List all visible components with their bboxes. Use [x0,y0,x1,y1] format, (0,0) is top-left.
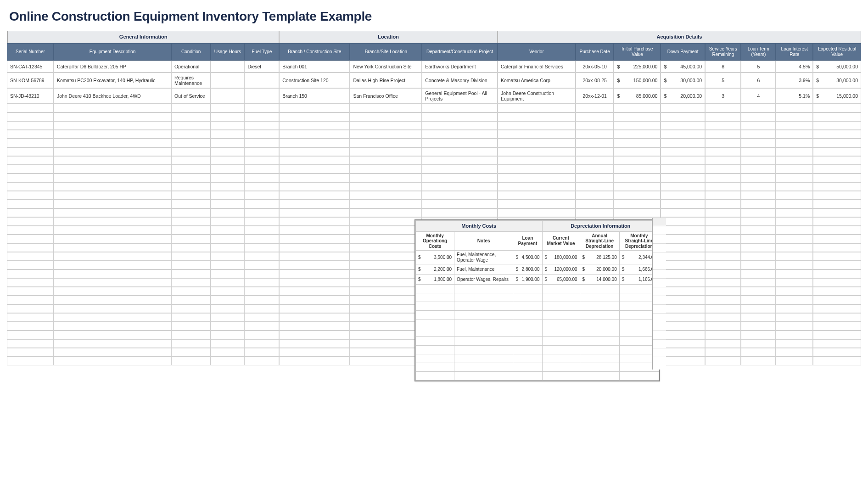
empty-cell[interactable] [211,130,244,139]
empty-cell[interactable] [498,208,576,217]
empty-cell[interactable] [776,235,813,243]
empty-cell[interactable] [171,165,211,174]
empty-cell[interactable] [279,130,350,139]
ov-cell-cmv[interactable]: $180,000.00 [542,251,580,264]
empty-cell[interactable] [776,269,813,278]
empty-cell[interactable] [54,313,171,322]
empty-cell[interactable] [211,121,244,130]
empty-cell[interactable] [171,287,211,296]
empty-cell[interactable] [661,130,705,139]
empty-cell[interactable] [422,156,498,165]
cell-down[interactable]: $30,000.00 [661,73,705,88]
empty-cell[interactable] [279,226,350,235]
empty-cell[interactable] [422,130,498,139]
empty-cell[interactable] [741,130,776,139]
empty-cell[interactable] [7,296,54,304]
empty-cell[interactable] [7,261,54,269]
ov-col-loan[interactable]: Loan Payment [513,231,542,251]
empty-cell[interactable] [244,208,279,217]
empty-cell[interactable] [350,226,422,235]
empty-cell[interactable] [171,357,211,365]
cell-cond[interactable]: Out of Service [171,88,211,104]
empty-cell[interactable] [244,348,279,357]
col-svcyrs[interactable]: Service Years Remaining [705,43,741,61]
empty-cell[interactable] [211,304,244,313]
empty-cell[interactable] [7,174,54,182]
col-serial[interactable]: Serial Number [7,43,54,61]
empty-cell[interactable] [350,357,422,365]
empty-cell[interactable] [741,243,776,252]
empty-cell[interactable] [813,226,861,235]
col-down[interactable]: Down Payment [661,43,705,61]
overlay-empty-row[interactable] [416,311,659,319]
empty-cell[interactable] [776,304,813,313]
empty-cell[interactable] [7,252,54,261]
cell-branch[interactable]: Construction Site 120 [279,73,350,88]
empty-cell[interactable] [54,261,171,269]
empty-cell[interactable] [776,191,813,200]
cell-serial[interactable]: SN-KOM-56789 [7,73,54,88]
empty-cell[interactable] [705,139,741,147]
empty-cell[interactable] [705,339,741,348]
empty-cell[interactable] [705,130,741,139]
cell-desc[interactable]: Komatsu PC200 Excavator, 140 HP, Hydraul… [54,73,171,88]
empty-cell[interactable] [350,130,422,139]
empty-cell[interactable] [211,208,244,217]
empty-cell[interactable] [54,296,171,304]
empty-cell[interactable] [171,252,211,261]
ov-cell-notes[interactable]: Fuel, Maintenance [454,264,513,275]
empty-cell[interactable] [171,339,211,348]
empty-cell[interactable] [813,252,861,261]
empty-cell[interactable] [661,304,705,313]
empty-cell[interactable] [776,156,813,165]
empty-cell[interactable] [7,182,54,191]
empty-cell[interactable] [279,112,350,121]
cell-usage[interactable] [211,61,244,73]
empty-cell[interactable] [776,147,813,156]
empty-cell[interactable] [614,191,661,200]
empty-cell[interactable] [244,156,279,165]
empty-cell[interactable] [776,339,813,348]
empty-cell[interactable] [350,304,422,313]
empty-cell[interactable] [211,174,244,182]
empty-cell[interactable] [211,296,244,304]
empty-cell[interactable] [244,226,279,235]
cell-fuel[interactable] [244,73,279,88]
ov-cell-asld[interactable]: $20,000.00 [580,264,619,275]
empty-cell[interactable] [661,322,705,331]
empty-cell[interactable] [171,121,211,130]
ov-cell-notes[interactable]: Fuel, Maintenance, Operator Wage [454,251,513,264]
empty-cell[interactable] [211,112,244,121]
empty-cell[interactable] [813,208,861,217]
empty-cell[interactable] [279,348,350,357]
empty-cell[interactable] [776,200,813,208]
empty-cell[interactable] [661,296,705,304]
ov-cell-moc[interactable]: $2,200.00 [416,264,454,275]
empty-cell[interactable] [661,191,705,200]
overlay-empty-row[interactable] [416,328,659,337]
empty-cell[interactable] [54,174,171,182]
empty-cell[interactable] [741,217,776,226]
empty-cell[interactable] [661,252,705,261]
empty-row[interactable] [7,104,861,112]
empty-cell[interactable] [7,278,54,287]
empty-cell[interactable] [279,191,350,200]
overlay-empty-row[interactable] [416,319,659,328]
ov-col-asld[interactable]: Annual Straight-Line Depreciation [580,231,619,251]
empty-cell[interactable] [244,182,279,191]
empty-cell[interactable] [422,182,498,191]
empty-cell[interactable] [776,165,813,174]
empty-cell[interactable] [244,304,279,313]
empty-cell[interactable] [741,147,776,156]
empty-cell[interactable] [244,217,279,226]
empty-cell[interactable] [279,313,350,322]
empty-cell[interactable] [279,269,350,278]
empty-cell[interactable] [7,130,54,139]
empty-cell[interactable] [661,112,705,121]
empty-cell[interactable] [211,182,244,191]
cell-loanterm[interactable]: 4 [741,88,776,104]
ov-cell-moc[interactable]: $1,800.00 [416,275,454,285]
empty-cell[interactable] [350,165,422,174]
empty-cell[interactable] [54,304,171,313]
empty-cell[interactable] [813,112,861,121]
